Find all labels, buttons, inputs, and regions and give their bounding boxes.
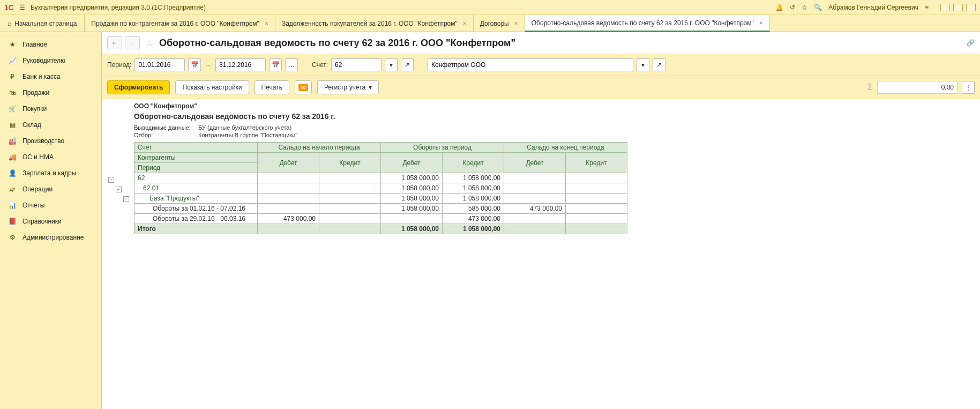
- cell: 473 000,00: [504, 204, 566, 214]
- table-row[interactable]: Обороты за 29.02.16 - 06.03.16 473 000,0…: [134, 214, 627, 224]
- table-row[interactable]: База "Продукты" 1 058 000,00 1 058 000,0…: [134, 194, 627, 204]
- sidebar-item-payroll[interactable]: 👤Зарплата и кадры: [0, 165, 101, 181]
- tab-label: Договоры: [480, 20, 509, 27]
- sidebar-item-label: Руководителю: [23, 57, 65, 64]
- date-from-input[interactable]: [138, 61, 181, 69]
- title-bar: 1C ☰ Бухгалтерия предприятия, редакция 3…: [0, 0, 980, 15]
- sidebar-item-label: Производство: [23, 137, 64, 145]
- report-org: ООО "Конфетпром": [134, 101, 975, 111]
- mail-button[interactable]: ✉: [295, 80, 312, 94]
- th-contragents: Контрагенты: [134, 153, 258, 163]
- account-dropdown-icon[interactable]: ▾: [385, 58, 398, 71]
- tab-trial-balance[interactable]: Оборотно-сальдовая ведомость по счету 62…: [525, 15, 770, 32]
- home-tab[interactable]: ⌂ Начальная страница: [0, 15, 85, 32]
- menu-icon[interactable]: ☰: [19, 4, 25, 11]
- sidebar: ★Главное 📈Руководителю ₽Банк и касса 🛍Пр…: [0, 32, 102, 409]
- calendar-from-icon[interactable]: 📅: [188, 58, 201, 71]
- cell: 1 058 000,00: [443, 173, 504, 183]
- user-menu-caret-icon[interactable]: ≡: [925, 4, 929, 11]
- close-icon[interactable]: ×: [463, 20, 467, 27]
- org-dropdown-icon[interactable]: ▾: [637, 58, 649, 71]
- window-maximize[interactable]: [953, 4, 963, 11]
- date-to-field[interactable]: [215, 58, 266, 71]
- cell: 1 058 000,00: [381, 194, 443, 204]
- tree-collapse-icon[interactable]: −: [108, 177, 114, 183]
- book-icon: 📕: [8, 218, 17, 225]
- search-icon[interactable]: 🔍: [814, 4, 822, 11]
- sidebar-item-purchases[interactable]: 🛒Покупки: [0, 101, 101, 117]
- nav-back-button[interactable]: ←: [107, 36, 122, 49]
- sigma-icon: Σ: [867, 83, 873, 92]
- cell: 1 058 000,00: [381, 204, 443, 214]
- sidebar-item-production[interactable]: 🏭Производство: [0, 133, 101, 149]
- sidebar-item-warehouse[interactable]: ▦Склад: [0, 117, 101, 133]
- tabs-bar: ⌂ Начальная страница Продажи по контраге…: [0, 15, 980, 32]
- sidebar-item-label: Склад: [23, 121, 41, 129]
- sidebar-item-admin[interactable]: ⚙Администрирование: [0, 229, 101, 246]
- account-field[interactable]: [331, 58, 381, 71]
- table-row[interactable]: 62.01 1 058 000,00 1 058 000,00: [134, 183, 627, 194]
- sidebar-item-label: Зарплата и кадры: [23, 169, 76, 177]
- window-close[interactable]: [966, 4, 976, 11]
- mail-icon: ✉: [298, 84, 308, 91]
- sidebar-item-label: Банк и касса: [23, 73, 61, 80]
- tab-debt[interactable]: Задолженность покупателей за 2016 г. ООО…: [275, 15, 474, 32]
- sidebar-item-operations[interactable]: ДтОперации: [0, 181, 101, 197]
- tab-sales[interactable]: Продажи по контрагентам за 2016 г. ООО "…: [85, 15, 275, 32]
- history-icon[interactable]: ↺: [790, 4, 795, 11]
- sidebar-item-main[interactable]: ★Главное: [0, 36, 101, 53]
- date-from-field[interactable]: [134, 58, 185, 71]
- cell: 473 000,00: [443, 214, 504, 224]
- sidebar-item-manager[interactable]: 📈Руководителю: [0, 53, 101, 69]
- window-minimize[interactable]: [940, 4, 950, 11]
- user-name[interactable]: Абрамов Геннадий Сергеевич: [828, 4, 918, 11]
- close-icon[interactable]: ×: [759, 19, 763, 27]
- org-open-icon[interactable]: ↗: [653, 58, 665, 71]
- sidebar-item-catalogs[interactable]: 📕Справочники: [0, 213, 101, 229]
- register-button[interactable]: Регистр учета▾: [317, 80, 379, 94]
- th-period: Период: [134, 163, 258, 173]
- favorite-star-icon[interactable]: ☆: [145, 37, 154, 49]
- gear-icon: ⚙: [8, 234, 17, 241]
- sidebar-item-label: Отчеты: [23, 202, 44, 209]
- sum-field[interactable]: 0,00: [877, 81, 957, 94]
- period-picker-button[interactable]: ...: [285, 58, 298, 71]
- more-button[interactable]: ⋮: [962, 81, 975, 94]
- form-button[interactable]: Сформировать: [107, 80, 170, 94]
- sidebar-item-label: Продажи: [23, 89, 49, 96]
- bell-icon[interactable]: 🔔: [775, 4, 783, 11]
- close-icon[interactable]: ×: [514, 20, 518, 27]
- table-row[interactable]: 62 1 058 000,00 1 058 000,00: [134, 173, 627, 183]
- sidebar-item-sales[interactable]: 🛍Продажи: [0, 85, 101, 101]
- tree-collapse-icon[interactable]: −: [116, 187, 122, 192]
- org-input[interactable]: [431, 61, 630, 69]
- th-credit: Кредит: [319, 153, 381, 173]
- table-row[interactable]: Обороты за 01.02.16 - 07.02.16 1 058 000…: [134, 204, 627, 214]
- period-label: Период:: [107, 61, 131, 69]
- sidebar-item-assets[interactable]: 🚚ОС и НМА: [0, 149, 101, 165]
- settings-button[interactable]: Показать настройки: [175, 80, 249, 94]
- calendar-to-icon[interactable]: 📅: [269, 58, 282, 71]
- sidebar-item-bank[interactable]: ₽Банк и касса: [0, 69, 101, 85]
- cart-icon: 🛒: [8, 105, 17, 113]
- account-label: Счет:: [312, 61, 328, 69]
- account-input[interactable]: [335, 61, 378, 69]
- tree-collapse-icon[interactable]: −: [123, 196, 129, 202]
- print-button[interactable]: Печать: [255, 80, 289, 94]
- row-label: Обороты за 29.02.16 - 06.03.16: [134, 214, 258, 224]
- cell: 473 000,00: [258, 214, 319, 224]
- th-start-balance: Сальдо на начало периода: [258, 143, 381, 153]
- star-icon[interactable]: ☆: [802, 4, 807, 11]
- date-to-input[interactable]: [219, 61, 262, 69]
- bars-icon: 📊: [8, 202, 17, 209]
- sidebar-item-reports[interactable]: 📊Отчеты: [0, 197, 101, 213]
- nav-forward-button[interactable]: →: [125, 36, 140, 49]
- link-icon[interactable]: 🔗: [967, 39, 975, 47]
- report-table: Счет Сальдо на начало периода Обороты за…: [134, 142, 627, 234]
- org-field[interactable]: [428, 58, 633, 71]
- close-icon[interactable]: ×: [265, 20, 268, 27]
- tab-contracts[interactable]: Договоры ×: [474, 15, 525, 32]
- meta-value: Контрагенты В группе "Поставщики": [198, 132, 297, 138]
- tab-label: Продажи по контрагентам за 2016 г. ООО "…: [91, 20, 259, 27]
- account-open-icon[interactable]: ↗: [401, 58, 414, 71]
